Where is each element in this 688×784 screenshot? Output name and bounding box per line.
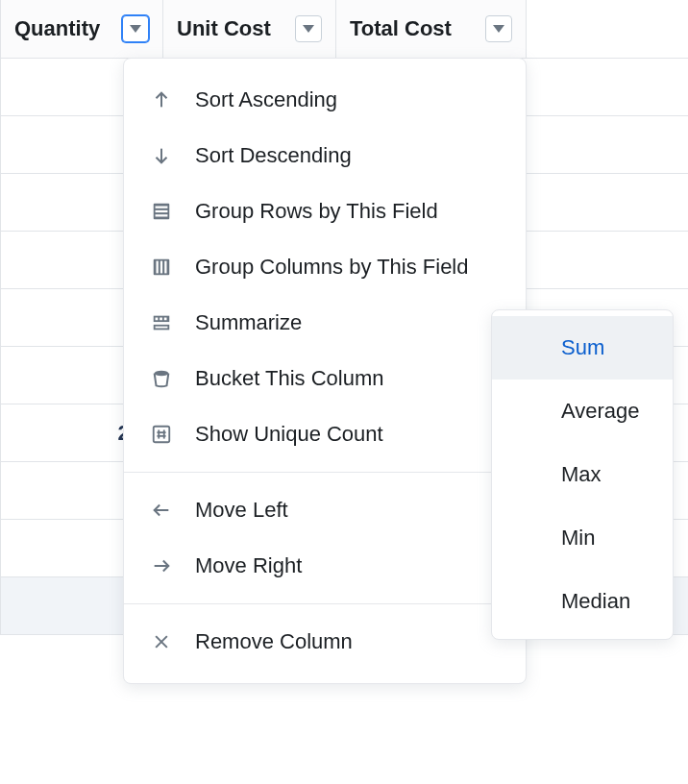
menu-item-label: Bucket This Column xyxy=(195,366,501,391)
menu-item-unique-count[interactable]: Show Unique Count xyxy=(124,406,526,462)
submenu-item-sum[interactable]: Sum xyxy=(492,316,673,380)
caret-down-icon xyxy=(493,25,504,33)
svg-rect-3 xyxy=(156,207,168,208)
column-context-menu: Sort Ascending Sort Descending Group Row… xyxy=(123,58,527,684)
caret-down-icon xyxy=(130,25,141,33)
menu-item-label: Show Unique Count xyxy=(195,422,501,447)
svg-rect-4 xyxy=(156,210,168,212)
column-header-unit-cost[interactable]: Unit Cost xyxy=(163,0,336,58)
menu-item-bucket[interactable]: Bucket This Column xyxy=(124,351,526,406)
svg-rect-13 xyxy=(164,318,167,321)
svg-rect-11 xyxy=(156,318,159,321)
menu-item-sort-ascending[interactable]: Sort Ascending xyxy=(124,72,526,128)
submenu-item-median[interactable]: Median xyxy=(492,570,673,633)
column-menu-button-quantity[interactable] xyxy=(122,15,149,42)
column-label: Unit Cost xyxy=(177,16,271,41)
svg-rect-12 xyxy=(160,318,162,321)
summarize-submenu: Sum Average Max Min Median xyxy=(491,309,674,640)
menu-divider xyxy=(124,603,526,604)
menu-item-label: Group Rows by This Field xyxy=(195,199,501,224)
menu-item-label: Remove Column xyxy=(195,629,501,654)
menu-item-move-right[interactable]: Move Right xyxy=(124,538,526,594)
menu-item-label: Move Left xyxy=(195,498,501,523)
menu-divider xyxy=(124,472,526,473)
arrow-up-icon xyxy=(149,87,174,112)
menu-item-label: Sort Descending xyxy=(195,143,501,168)
submenu-item-max[interactable]: Max xyxy=(492,443,673,506)
menu-item-summarize[interactable]: Summarize xyxy=(124,295,526,351)
submenu-item-average[interactable]: Average xyxy=(492,380,673,443)
column-header-quantity[interactable]: Quantity xyxy=(0,0,163,58)
column-header-total-cost[interactable]: Total Cost xyxy=(336,0,527,58)
svg-rect-17 xyxy=(154,427,170,443)
rows-icon xyxy=(149,199,174,224)
svg-rect-5 xyxy=(156,214,168,216)
svg-rect-7 xyxy=(157,261,159,274)
close-icon xyxy=(149,629,174,654)
svg-rect-9 xyxy=(164,261,166,274)
menu-item-sort-descending[interactable]: Sort Descending xyxy=(124,128,526,184)
menu-item-group-rows[interactable]: Group Rows by This Field xyxy=(124,184,526,239)
submenu-item-min[interactable]: Min xyxy=(492,506,673,570)
svg-point-16 xyxy=(155,371,169,377)
column-menu-button-total-cost[interactable] xyxy=(485,15,512,42)
menu-item-label: Summarize xyxy=(195,310,471,335)
svg-rect-15 xyxy=(156,327,168,329)
menu-item-label: Move Right xyxy=(195,553,501,578)
hash-icon xyxy=(149,422,174,447)
column-menu-button-unit-cost[interactable] xyxy=(295,15,322,42)
table-header-row: Quantity Unit Cost Total Cost xyxy=(0,0,688,59)
column-label: Total Cost xyxy=(350,16,452,41)
summarize-icon xyxy=(149,310,174,335)
menu-item-label: Sort Ascending xyxy=(195,87,501,112)
menu-item-move-left[interactable]: Move Left xyxy=(124,482,526,538)
svg-rect-8 xyxy=(160,261,162,274)
bucket-icon xyxy=(149,366,174,391)
menu-item-label: Group Columns by This Field xyxy=(195,255,501,280)
column-label: Quantity xyxy=(14,16,100,41)
caret-down-icon xyxy=(303,25,314,33)
arrow-down-icon xyxy=(149,143,174,168)
arrow-right-icon xyxy=(149,553,174,578)
arrow-left-icon xyxy=(149,498,174,523)
menu-item-remove-column[interactable]: Remove Column xyxy=(124,614,526,670)
menu-item-group-columns[interactable]: Group Columns by This Field xyxy=(124,239,526,295)
columns-icon xyxy=(149,255,174,280)
